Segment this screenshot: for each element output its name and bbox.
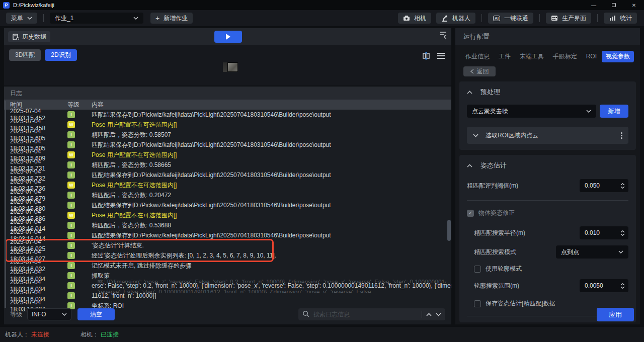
- log-row-content: Pose 用户配置不在可选范围内[]: [92, 151, 451, 159]
- save-pose-data-checkbox[interactable]: [474, 300, 481, 307]
- log-row[interactable]: 2025-07-04 18:03:15,736WPose 用户配置不在可选范围内…: [4, 180, 451, 190]
- robot-button[interactable]: 机器人: [436, 13, 475, 24]
- log-row-level: I: [67, 272, 92, 279]
- search-prev-icon[interactable]: [426, 311, 432, 318]
- log-row-highlighted[interactable]: 2025-07-04 18:03:16,027I经过'姿态估计'处理后剩余实例列…: [4, 250, 451, 261]
- log-row[interactable]: 2025-07-04 18:03:15,886WPose 用户配置不在可选范围内…: [4, 210, 451, 220]
- search-next-icon[interactable]: [436, 311, 441, 318]
- menu-bar: 菜单 作业_1 + 新增作业 相机 机器人 AI 一键联通: [0, 10, 644, 26]
- restore-button[interactable]: [604, 0, 624, 10]
- tab-2d-recognition[interactable]: 2D识别: [45, 49, 76, 61]
- config-tab-0[interactable]: 作业信息: [461, 51, 494, 62]
- info-badge: I: [67, 262, 75, 269]
- camera-button[interactable]: 相机: [398, 13, 431, 24]
- production-grid-icon: [551, 15, 558, 22]
- config-tab-5[interactable]: 视觉参数: [602, 51, 634, 62]
- log-row-level: I: [67, 282, 92, 289]
- log-row[interactable]: 2025-07-04 18:03:15,732I匹配结果保存到D:/Pickwi…: [4, 170, 451, 180]
- expand-icon[interactable]: [473, 132, 478, 139]
- log-table-header: 时间 等级 内容: [4, 100, 451, 110]
- spinner-icons[interactable]: [620, 183, 625, 189]
- pose-correction-checkbox[interactable]: ✓: [467, 210, 474, 217]
- config-tab-2[interactable]: 末端工具: [516, 51, 548, 62]
- new-job-button[interactable]: + 新增作业: [150, 13, 193, 24]
- log-left-scrollbar[interactable]: [5, 101, 6, 308]
- search-input[interactable]: [313, 311, 418, 318]
- history-data-button[interactable]: 历史数据: [8, 31, 50, 42]
- fine-radius-input[interactable]: 0.010: [580, 226, 628, 239]
- menu-lines-icon[interactable]: [437, 52, 445, 61]
- one-key-connect-label: 一键联通: [504, 14, 528, 23]
- preprocess-step-select[interactable]: 点云聚类去噪: [467, 105, 596, 118]
- spinner-icons[interactable]: [620, 230, 625, 236]
- info-badge: I: [67, 202, 75, 209]
- image-thumbnail[interactable]: [223, 62, 238, 72]
- log-row-highlighted[interactable]: 2025-07-04 18:03:16,025I'姿态估计'计算结束.: [4, 240, 451, 250]
- log-row[interactable]: 2025-07-04 18:03:15,731I精匹配后，姿态分数: 0.586…: [4, 160, 451, 170]
- production-view-button[interactable]: 生产界面: [546, 13, 591, 24]
- fine-radius-label: 精匹配搜索半径(m): [474, 229, 525, 237]
- log-panel: 日志 时间 等级 内容 2025-07-04 18:03:15,452I匹配结果…: [4, 87, 451, 324]
- log-scrollbar-thumb[interactable]: [447, 220, 451, 241]
- collapse-icon[interactable]: [467, 164, 472, 167]
- job-select[interactable]: 作业_1: [50, 13, 143, 24]
- log-row[interactable]: 2025-07-04 18:03:16,034Ierse': False, 's…: [4, 281, 451, 291]
- log-row[interactable]: 2025-07-04 18:03:16,034I抓取策略: [{'dimensi…: [4, 271, 451, 281]
- run-button[interactable]: [214, 31, 242, 43]
- close-button[interactable]: ✕: [624, 0, 644, 10]
- log-row-level: I: [67, 252, 92, 259]
- statistics-button[interactable]: 统计: [604, 13, 637, 24]
- log-filter-settings-icon[interactable]: [439, 32, 446, 39]
- log-row[interactable]: 2025-07-04 18:03:16,032I记忆模式未开启, 跳过排除缓存的…: [4, 261, 451, 271]
- log-row[interactable]: 2025-07-04 18:03:16,014I精匹配后，姿态分数: 0.536…: [4, 220, 451, 230]
- log-row[interactable]: 2025-07-04 18:03:15,879I精匹配后，姿态分数: 0.204…: [4, 190, 451, 200]
- config-tab-1[interactable]: 工件: [495, 51, 515, 62]
- warning-badge: W: [67, 212, 75, 219]
- log-row[interactable]: 2025-07-04 18:03:15,458WPose 用户配置不在可选范围内…: [4, 120, 451, 130]
- contour-range-input[interactable]: 0.0050: [580, 279, 628, 292]
- log-row[interactable]: 2025-07-04 18:03:15,609WPose 用户配置不在可选范围内…: [4, 150, 451, 160]
- log-rows: 2025-07-04 18:03:15,452I匹配结果保存到D:/Pickwi…: [4, 110, 451, 311]
- log-row-content: erse': False, 'step': 0.2, 'front_n': 10…: [92, 282, 451, 289]
- new-job-label: 新增作业: [164, 14, 188, 23]
- log-row-level: I: [67, 141, 92, 148]
- kebab-menu-icon[interactable]: [621, 132, 622, 139]
- log-row-content: 精匹配后，姿态分数: 0.20472: [92, 191, 451, 200]
- plus-icon: +: [155, 14, 159, 22]
- log-row[interactable]: 2025-07-04 18:03:15,452I匹配结果保存到D:/Pickwi…: [4, 110, 451, 120]
- log-row[interactable]: 2025-07-04 18:03:16,034I11612, 'front_n'…: [4, 291, 451, 301]
- add-step-button[interactable]: 新增: [600, 105, 628, 118]
- config-tab-3[interactable]: 手眼标定: [549, 51, 581, 62]
- log-row[interactable]: 2025-07-04 18:03:15,605I匹配结果保存到D:/Pickwi…: [4, 140, 451, 150]
- config-tab-4[interactable]: ROI: [582, 51, 601, 61]
- one-key-connect-button[interactable]: AI 一键联通: [488, 13, 533, 24]
- menu-dropdown[interactable]: 菜单: [6, 13, 37, 24]
- level-filter-select[interactable]: INFO: [27, 308, 71, 320]
- log-row-level: I: [67, 292, 92, 299]
- log-row-level: I: [67, 131, 92, 138]
- log-row[interactable]: 2025-07-04 18:03:16,014I匹配结果保存到D:/Pickwi…: [4, 230, 451, 240]
- log-column-level: 等级: [67, 101, 92, 109]
- roi-pointcloud-card[interactable]: 选取ROI区域内点云: [467, 127, 628, 144]
- minimize-button[interactable]: —: [584, 0, 604, 10]
- fine-mode-select[interactable]: 点到点: [556, 245, 628, 259]
- collapse-icon[interactable]: [467, 91, 472, 94]
- log-row-content: 精匹配后，姿态分数: 0.53688: [92, 221, 451, 230]
- log-row[interactable]: 2025-07-04 18:03:15,880I匹配结果保存到D:/Pickwi…: [4, 200, 451, 210]
- clear-log-button[interactable]: 清空: [77, 308, 115, 320]
- app-window: P D:/Pickwiz/kafeiji — ✕ 菜单 作业_1 + 新增作业 …: [0, 0, 644, 342]
- info-badge: I: [67, 242, 75, 249]
- tab-3d-match[interactable]: 3D匹配: [9, 49, 41, 61]
- log-row[interactable]: 2025-07-04 18:03:15,605I精匹配后，姿态分数: 0.585…: [4, 130, 451, 140]
- contour-mode-checkbox[interactable]: [474, 266, 481, 273]
- chevron-down-icon: [586, 110, 591, 113]
- back-button[interactable]: 返回: [463, 66, 496, 76]
- apply-button[interactable]: 应用: [597, 308, 634, 321]
- coarse-threshold-input[interactable]: 0.050: [580, 179, 628, 192]
- ai-icon: AI: [493, 16, 500, 21]
- divider: [43, 14, 44, 22]
- fine-mode-label: 精匹配搜索模式: [474, 248, 516, 256]
- log-row-content: 11612, 'front_n': 10000}]: [92, 292, 451, 299]
- split-view-icon[interactable]: [422, 51, 431, 62]
- spinner-icons[interactable]: [620, 283, 625, 289]
